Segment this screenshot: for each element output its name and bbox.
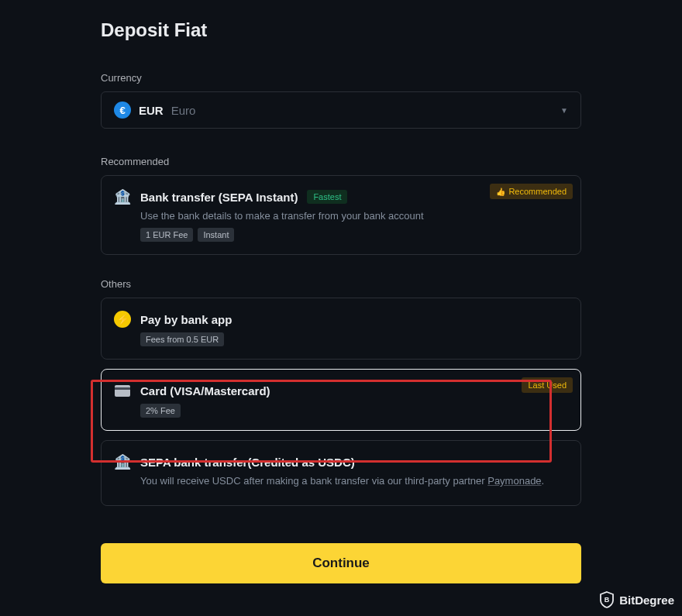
currency-section: Currency € EUR Euro ▼ bbox=[101, 72, 581, 129]
bitdegree-logo: B BitDegree bbox=[599, 591, 674, 608]
option-description: You will receive USDC after making a ban… bbox=[140, 475, 568, 487]
fee-badge: 2% Fee bbox=[140, 404, 181, 418]
currency-name: Euro bbox=[171, 104, 196, 117]
euro-icon: € bbox=[114, 102, 131, 119]
recommended-badge-text: Recommended bbox=[508, 187, 567, 196]
fastest-badge: Fastest bbox=[307, 190, 347, 204]
bitdegree-text: BitDegree bbox=[619, 594, 674, 607]
currency-select[interactable]: € EUR Euro ▼ bbox=[101, 91, 581, 129]
chevron-down-icon: ▼ bbox=[560, 106, 568, 115]
time-badge: Instant bbox=[198, 228, 234, 242]
continue-button[interactable]: Continue bbox=[101, 543, 581, 583]
partner-link[interactable]: Paymonade bbox=[487, 475, 541, 487]
recommended-label: Recommended bbox=[101, 156, 581, 167]
others-label: Others bbox=[101, 278, 581, 290]
page-title: Deposit Fiat bbox=[101, 19, 581, 41]
currency-value: € EUR Euro bbox=[114, 102, 195, 119]
option-title: Card (VISA/Mastercard) bbox=[140, 384, 270, 397]
bank-icon: 🏦 bbox=[114, 453, 131, 470]
option-pay-by-bank-app[interactable]: ⚡ Pay by bank app Fees from 0.5 EUR bbox=[101, 298, 581, 360]
lightning-icon: ⚡ bbox=[114, 311, 131, 328]
last-used-badge: Last Used bbox=[522, 377, 573, 393]
fee-badge: 1 EUR Fee bbox=[140, 228, 193, 242]
svg-rect-0 bbox=[115, 385, 130, 397]
fee-badge: Fees from 0.5 EUR bbox=[140, 332, 224, 346]
svg-rect-1 bbox=[115, 387, 130, 390]
option-card-visa-mastercard[interactable]: Last Used Card (VISA/Mastercard) 2% Fee bbox=[101, 369, 581, 431]
option-title: SEPA bank transfer(Credited as USDC) bbox=[140, 456, 355, 469]
option-bank-transfer-sepa-instant[interactable]: 👍 Recommended 🏦 Bank transfer (SEPA Inst… bbox=[101, 175, 581, 255]
option-title: Pay by bank app bbox=[140, 313, 232, 326]
svg-text:B: B bbox=[604, 596, 610, 604]
desc-suffix: . bbox=[542, 475, 545, 487]
desc-prefix: You will receive USDC after making a ban… bbox=[140, 475, 487, 487]
thumbs-up-icon: 👍 bbox=[496, 188, 505, 196]
option-title: Bank transfer (SEPA Instant) bbox=[140, 191, 298, 204]
others-section: Others ⚡ Pay by bank app Fees from 0.5 E… bbox=[101, 278, 581, 506]
option-sepa-bank-transfer-usdc[interactable]: 🏦 SEPA bank transfer(Credited as USDC) Y… bbox=[101, 440, 581, 506]
option-description: Use the bank details to make a transfer … bbox=[140, 210, 568, 222]
shield-icon: B bbox=[599, 591, 615, 608]
recommended-badge: 👍 Recommended bbox=[490, 184, 573, 199]
last-used-badge-text: Last Used bbox=[528, 380, 567, 390]
currency-code: EUR bbox=[139, 104, 164, 117]
recommended-section: Recommended 👍 Recommended 🏦 Bank transfe… bbox=[101, 156, 581, 255]
bank-icon: 🏦 bbox=[114, 188, 131, 205]
currency-label: Currency bbox=[101, 72, 581, 84]
card-icon bbox=[114, 382, 131, 399]
